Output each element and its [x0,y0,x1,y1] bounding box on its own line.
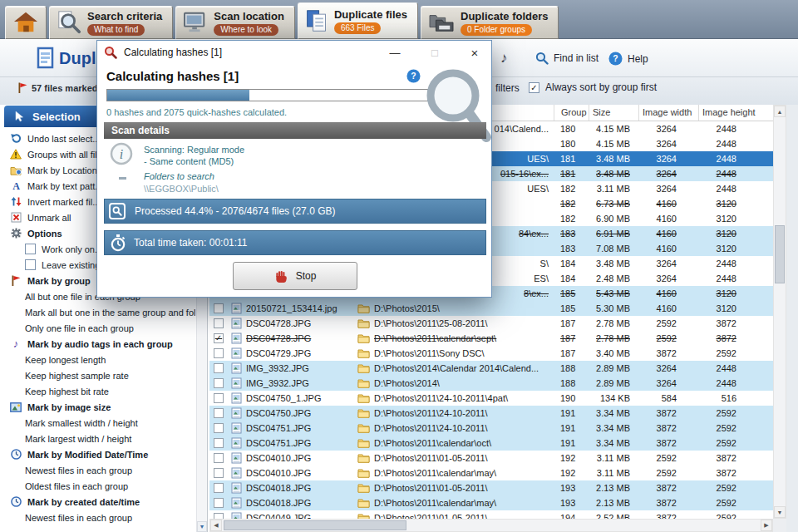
unmark-icon [9,212,22,223]
calculating-hashes-dialog: Calculating hashes [1] — □ × Calculating… [96,40,492,298]
checkbox-box[interactable] [25,244,36,254]
file-path: D:\Photos\2011\24-10-2011\4pat\ [354,391,554,406]
help-button[interactable]: ? Help [608,52,648,66]
table-row[interactable]: DSC04018.JPGD:\Photos\2011\01-05-2011\19… [209,480,773,495]
row-checkbox[interactable] [214,468,224,478]
sidebar-item[interactable]: Keep longest length [0,352,195,367]
row-checkbox[interactable] [214,363,224,373]
sidebar-item[interactable]: Mark largest width / height [0,431,195,446]
row-checkbox[interactable]: ✓ [214,333,224,343]
image-width: 3264 [638,136,698,151]
row-checkbox[interactable] [214,408,224,418]
music-note-icon[interactable]: ♪ [500,50,508,66]
scroll-left-arrow[interactable]: ◀ [210,520,222,531]
table-row[interactable]: DSC04750.JPGD:\Photos\2011\24-10-2011\19… [209,406,773,421]
table-horizontal-scrollbar[interactable]: ◀ ▶ [209,519,773,532]
stop-button[interactable]: Stop [233,262,357,290]
sidebar-item[interactable]: Newest files in each group [0,510,195,525]
checkbox-box[interactable]: ✓ [529,82,539,93]
sidebar-item[interactable]: Newest files in each group [0,462,195,478]
checkbox-box[interactable] [25,259,36,270]
sidebar-item[interactable]: Mark all but one in the same group and f… [0,304,195,320]
minimize-button[interactable]: — [378,41,411,64]
always-sort-checkbox[interactable]: ✓ Always sort by group first [529,81,657,93]
sidebar-item[interactable]: Oldest files in each group [0,478,195,494]
table-row[interactable]: DSC04728.JPGD:\Photos\2011\25-08-2011\18… [209,316,773,331]
table-row[interactable]: DSC04018.JPGD:\Photos\2011\calendar\may\… [209,495,773,510]
column-header-image-height[interactable]: Image height [698,105,773,121]
row-checkbox-cell [209,406,228,421]
table-row[interactable]: DSC04729.JPGD:\Photos\2011\Sony DSC\1873… [209,346,773,361]
table-row[interactable]: IMG_3932.JPGD:\Photos\2014\Calendar 2014… [209,361,773,376]
tab-search-criteria[interactable]: Search criteriaWhat to find [49,6,173,39]
row-checkbox[interactable] [214,498,224,508]
row-checkbox[interactable] [214,423,224,433]
table-row[interactable]: DSC04750_1.JPGD:\Photos\2011\24-10-2011\… [209,391,773,406]
row-checkbox[interactable] [214,513,224,519]
sidebar-item[interactable]: Mark by image size [0,399,195,415]
image-height: 2448 [698,376,773,391]
sidebar-item[interactable]: Keep highest sample rate [0,367,195,383]
table-row[interactable]: DSC04751.JPGD:\Photos\2011\calendar\oct\… [209,436,773,451]
dialog-help-icon[interactable]: ? [406,69,421,83]
folder-icon [357,378,370,388]
row-checkbox[interactable] [214,303,224,313]
file-size: 3.11 MB [589,451,638,466]
group-number: 192 [554,451,589,466]
image-height: 3872 [698,331,773,346]
image-width: 4160 [638,226,698,241]
image-width: 3872 [638,421,698,436]
find-in-list-button[interactable]: Find in list [535,52,598,65]
text-pattern-icon: A [9,180,22,191]
column-header-size[interactable]: Size [589,105,638,121]
vertical-scrollbar-thumb[interactable] [775,225,785,283]
group-number: 193 [554,495,589,510]
image-file-icon [231,318,242,329]
close-button[interactable]: × [458,41,491,64]
maximize-button[interactable]: □ [418,41,451,64]
row-checkbox[interactable] [214,438,224,448]
table-row[interactable]: DSC04751.JPGD:\Photos\2011\24-10-2011\19… [209,421,773,436]
scroll-right-arrow[interactable]: ▶ [761,520,772,531]
horizontal-scrollbar-thumb[interactable] [224,520,406,530]
filters-button-fragment[interactable]: filters [495,82,520,94]
dialog-titlebar[interactable]: Calculating hashes [1] — □ × [97,41,491,64]
group-number: 180 [554,121,589,136]
sidebar-item[interactable]: Mark by created date/time [0,494,195,510]
row-checkbox[interactable] [214,348,224,358]
column-header-group[interactable]: Group [554,105,589,121]
row-checkbox[interactable] [214,318,224,328]
file-path: D:\Photos\2011\calendar\sept\ [354,331,554,346]
sidebar-item[interactable]: Mark smallest width / height [0,415,195,431]
image-height: 2448 [698,256,773,271]
processed-status-bar: Processed 44.4% - 2076/4674 files (27.0 … [104,199,486,224]
scroll-up-arrow[interactable]: ▲ [774,106,786,117]
row-checkbox[interactable] [214,483,224,493]
sidebar-item[interactable]: Only one file in each group [0,320,195,336]
undo-icon [9,133,22,144]
row-checkbox[interactable] [214,393,224,403]
table-row[interactable]: ✓DSC04728.JPGD:\Photos\2011\calendar\sep… [209,331,773,346]
table-row[interactable]: DSC04010.JPGD:\Photos\2011\01-05-2011\19… [209,451,773,466]
sidebar-item[interactable]: ♪Mark by audio tags in each group [0,336,195,352]
column-header-image-width[interactable]: Image width [638,105,698,121]
tab-duplicate-files[interactable]: Duplicate files663 Files [298,2,418,39]
scroll-down-arrow[interactable]: ▼ [774,506,786,518]
sidebar-item[interactable]: Mark by Modified Date/Time [0,446,195,462]
search-folder-path: \\EGGBOX\Public\ [144,184,219,194]
table-row[interactable]: 20150721_153414.jpgD:\Photos\2015\1855.3… [209,301,773,316]
scroll-down-arrow[interactable]: ▼ [197,521,207,532]
table-row[interactable]: DSC04049.JPGD:\Photos\2011\01-05-2011\19… [209,510,773,519]
table-row[interactable]: DSC04010.JPGD:\Photos\2011\calendar\may\… [209,466,773,480]
table-row[interactable]: IMG_3932.JPGD:\Photos\2014\1882.89 MB326… [209,376,773,391]
tab-scan-location[interactable]: Scan locationWhere to look [175,6,295,39]
stopwatch-icon [110,234,126,252]
row-checkbox-cell [209,480,228,495]
file-name: DSC04010.JPG [244,466,354,480]
row-checkbox[interactable] [214,378,224,388]
tab-duplicate-folders[interactable]: Duplicate folders0 Folder groups [421,6,559,39]
table-vertical-scrollbar[interactable]: ▲ ▼ [773,105,786,519]
home-tab[interactable] [5,6,47,39]
sidebar-item[interactable]: Keep highest bit rate [0,383,195,399]
row-checkbox[interactable] [214,453,224,463]
